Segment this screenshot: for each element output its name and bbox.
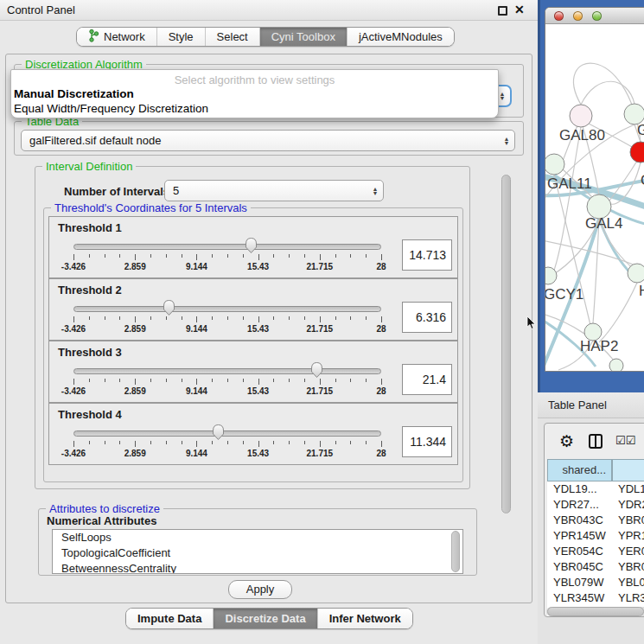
attribute-list-item[interactable]: SelfLoops <box>53 530 462 545</box>
slider-track[interactable] <box>73 430 381 437</box>
slider-tick <box>366 254 367 258</box>
apply-button[interactable]: Apply <box>228 580 292 599</box>
algorithm-option[interactable]: Manual Discretization <box>14 87 134 100</box>
slider-tick <box>182 254 182 258</box>
slider-tick <box>196 441 197 447</box>
slider-tick <box>304 379 305 382</box>
threshold-box: Threshold 4-3.4262.8599.14415.4321.71528… <box>48 403 458 465</box>
table-row[interactable]: YBR043CYBR0 <box>547 513 644 528</box>
slider-thumb[interactable] <box>244 237 258 257</box>
table-row[interactable]: YPR145WYPR1 <box>547 528 644 544</box>
slider-tick-label: 2.859 <box>124 324 146 334</box>
slider-tick <box>258 379 259 385</box>
slider-tick-label: 9.144 <box>186 262 207 271</box>
combobox-stepper-icon[interactable]: ▲▼ <box>367 187 383 195</box>
threshold-value-field[interactable]: 6.316 <box>402 302 452 333</box>
right-region: GAL80GCGAL11GAL4GCY1HHAP2 Table Panel ⚙ … <box>538 0 644 644</box>
network-edge[interactable] <box>552 127 581 275</box>
tab-infer-network[interactable]: Infer Network <box>318 609 412 628</box>
network-node-gcy1[interactable] <box>545 267 557 284</box>
tab-select[interactable]: Select <box>206 28 260 46</box>
list-scrollbar[interactable] <box>451 531 460 572</box>
slider-tick-label: 21.715 <box>307 449 334 458</box>
tab-jactivemnodules[interactable]: jActiveMNodules <box>348 28 454 46</box>
slider-tick-label: -3.426 <box>61 386 86 396</box>
table-row[interactable]: YDL19...YDL1 <box>547 481 644 497</box>
slider-track[interactable] <box>73 306 381 312</box>
slider-tick <box>212 254 213 258</box>
tab-style[interactable]: Style <box>157 28 206 46</box>
network-node[interactable] <box>609 359 623 372</box>
threshold-value-field[interactable]: 11.344 <box>402 426 452 457</box>
tab-discretize-data[interactable]: Discretize Data <box>214 609 317 628</box>
scrollbar-thumb[interactable] <box>547 607 644 616</box>
tab-cyni-toolbox[interactable]: Cyni Toolbox <box>260 28 348 46</box>
network-node-gal80[interactable] <box>570 105 592 127</box>
slider-tick <box>273 254 274 258</box>
table-cell: YBR045C <box>547 559 612 575</box>
slider-tick <box>366 316 367 320</box>
mac-close-icon[interactable] <box>554 11 564 21</box>
threshold-label: Threshold 3 <box>58 346 122 359</box>
slider-tick <box>119 441 120 444</box>
close-icon[interactable]: ✕ <box>514 3 525 16</box>
network-node-gal11[interactable] <box>545 154 564 175</box>
node-label: C <box>641 172 644 188</box>
mac-zoom-icon[interactable] <box>592 11 602 21</box>
gear-icon[interactable]: ⚙ <box>559 431 574 451</box>
split-column-icon[interactable] <box>589 434 603 449</box>
network-edge[interactable] <box>599 283 637 342</box>
checkbox-icons[interactable]: ☑☑ <box>615 434 635 447</box>
slider-tick <box>182 441 182 444</box>
numerical-attributes-list[interactable]: SelfLoopsTopologicalCoefficientBetweenne… <box>52 529 463 574</box>
network-window-titlebar[interactable] <box>545 8 644 24</box>
horizontal-scrollbar[interactable] <box>546 607 644 616</box>
tab-network[interactable]: Network <box>77 28 157 46</box>
column-header[interactable]: shared... <box>547 459 612 481</box>
table-cell: YBR043C <box>547 513 612 528</box>
slider-tick <box>227 254 228 258</box>
table-row[interactable]: YER054CYER0 <box>547 544 644 559</box>
slider-tick <box>150 441 151 444</box>
float-window-icon[interactable] <box>498 6 507 16</box>
slider-thumb[interactable] <box>162 299 176 319</box>
table-row[interactable]: YBR045CYBR0 <box>547 559 644 575</box>
slider-tick-label: 15.43 <box>247 386 269 396</box>
threshold-box: Threshold 1-3.4262.8599.14415.4321.71528… <box>48 216 458 278</box>
slider-tick <box>304 254 305 258</box>
threshold-value-field[interactable]: 21.4 <box>402 364 452 395</box>
table-cell: YDL1 <box>612 481 644 497</box>
slider-tick <box>135 254 136 260</box>
threshold-value-field[interactable]: 14.713 <box>402 239 452 271</box>
group-title: Threshold's Coordinates for 5 Intervals <box>51 201 251 214</box>
combobox-stepper-icon[interactable]: ▲▼ <box>499 137 514 145</box>
slider-tick <box>350 316 351 320</box>
attribute-list-item[interactable]: TopologicalCoefficient <box>53 545 462 561</box>
slider-tick <box>273 379 274 382</box>
table-cell: YDL19... <box>547 481 612 497</box>
number-of-intervals-combobox[interactable]: 5 ▲▼ <box>164 180 384 201</box>
attribute-list-item[interactable]: BetweennessCentrality <box>53 561 462 574</box>
network-node-c[interactable] <box>630 142 644 163</box>
slider-track[interactable] <box>73 244 381 250</box>
slider-tick-label: 2.859 <box>124 449 146 458</box>
network-edge[interactable] <box>609 161 637 201</box>
slider-track[interactable] <box>73 368 381 374</box>
tab-impute-data[interactable]: Impute Data <box>126 609 214 628</box>
slider-tick-label: -3.426 <box>61 324 86 334</box>
table-data-combobox[interactable]: galFiltered.sif default node ▲▼ <box>21 130 515 151</box>
network-node-h[interactable] <box>628 264 644 283</box>
threshold-label: Threshold 4 <box>58 408 122 421</box>
slider-thumb[interactable] <box>309 361 324 381</box>
network-canvas[interactable]: GAL80GCGAL11GAL4GCY1HHAP2 <box>545 24 644 372</box>
slider-thumb[interactable] <box>211 424 226 443</box>
table-row[interactable]: YBL079WYBL0 <box>547 575 644 590</box>
algorithm-option[interactable]: Equal Width/Frequency Discretization <box>14 102 208 115</box>
table-row[interactable]: YDR27...YDR2 <box>547 497 644 513</box>
slider-tick <box>89 441 90 444</box>
mac-minimize-icon[interactable] <box>573 11 583 21</box>
vertical-scrollbar[interactable] <box>500 164 513 577</box>
column-header[interactable]: na <box>612 459 644 481</box>
table-row[interactable]: YLR345WYLR3 <box>547 590 644 606</box>
scrollbar-thumb[interactable] <box>501 175 511 513</box>
